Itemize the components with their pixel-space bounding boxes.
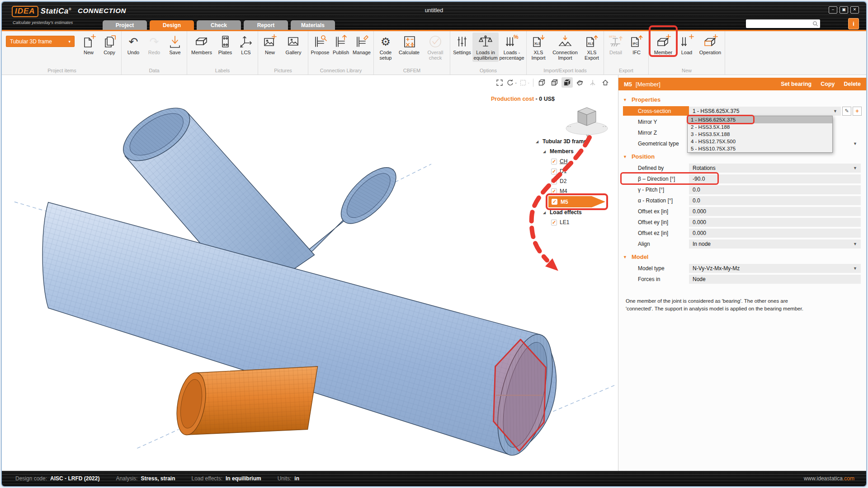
close-button[interactable]: ✕: [850, 6, 859, 14]
search-input[interactable]: [746, 19, 820, 28]
dropdown-option-2[interactable]: 2 - HSS3.5X.188: [688, 123, 832, 131]
loads-percentage-button[interactable]: % Loads - percentage: [499, 33, 525, 62]
undo-button[interactable]: ↶ Undo: [123, 33, 144, 56]
ribbon: Tubular 3D frame ▾ New Copy Project item…: [2, 30, 866, 75]
checkbox-checked-icon[interactable]: ✓: [551, 169, 557, 174]
checkbox-checked-icon[interactable]: ✓: [551, 220, 557, 225]
lcs-button[interactable]: LCS: [236, 33, 256, 56]
publish-button[interactable]: Publish: [330, 33, 351, 56]
checkbox-checked-icon[interactable]: ✓: [551, 188, 557, 194]
tab-design[interactable]: Design: [150, 20, 194, 30]
tree-root[interactable]: ◢ Tubular 3D frame: [536, 136, 613, 146]
tab-check[interactable]: Check: [197, 20, 241, 30]
detail-export-button[interactable]: BETA Detail: [605, 33, 626, 56]
copy-project-button[interactable]: Copy: [99, 33, 120, 56]
tree-item-ch[interactable]: ✓ CH: [551, 156, 613, 166]
info-button[interactable]: i: [848, 18, 859, 29]
gallery-button[interactable]: Gallery: [280, 33, 307, 56]
ifc-export-button[interactable]: IFC IFC: [626, 33, 647, 56]
edit-cross-section-button[interactable]: ✎: [842, 107, 851, 116]
checkbox-checked-icon[interactable]: ✓: [551, 178, 557, 184]
m5-selection-banner[interactable]: ✓ M5: [548, 196, 605, 207]
minimize-button[interactable]: –: [829, 6, 837, 14]
dropdown-option-4[interactable]: 4 - HSS12.75X.500: [688, 138, 832, 145]
checkbox-checked-icon[interactable]: ✓: [551, 159, 557, 164]
shaded-view-icon[interactable]: [561, 77, 573, 88]
delete-member-button[interactable]: Delete: [844, 81, 861, 87]
3d-viewport-canvas[interactable]: [2, 75, 618, 471]
loads-in-equilibrium-button[interactable]: Loads in equilibrium: [472, 33, 499, 62]
tree-group-load-effects[interactable]: ◢ Load effects: [543, 207, 613, 217]
zoom-window-icon[interactable]: ⌄: [519, 77, 530, 88]
dropdown-option-1[interactable]: 1 - HSS6.625X.375: [688, 116, 832, 123]
xls-import-button[interactable]: XLS XLS Import: [528, 33, 549, 62]
code-setup-button[interactable]: ⚙ Code setup: [375, 33, 396, 62]
dropdown-option-5[interactable]: 5 - HSS10.75X.375: [688, 145, 832, 152]
model-type-select[interactable]: N-Vy-Vz-Mx-My-Mz ▼: [689, 264, 861, 273]
tree-item-d1[interactable]: ✓ D1: [551, 166, 613, 176]
defined-by-select[interactable]: Rotations ▼: [689, 164, 861, 173]
expander-icon[interactable]: ◢: [543, 150, 547, 154]
cross-section-select[interactable]: 1 - HSS6.625X.375 ▼: [689, 107, 841, 116]
tree-item-le1[interactable]: ✓ LE1: [551, 217, 613, 227]
tab-report[interactable]: Report: [244, 20, 288, 30]
save-button[interactable]: Save: [165, 33, 185, 56]
section-collapse-icon[interactable]: ▼: [623, 98, 627, 102]
expander-icon[interactable]: ◢: [543, 211, 547, 215]
members-labels-button[interactable]: Members: [189, 33, 215, 56]
section-collapse-icon[interactable]: ▼: [623, 155, 627, 159]
calculate-button[interactable]: Calculate: [396, 33, 422, 56]
xls-export-button[interactable]: XLS XLS Export: [581, 33, 602, 62]
settings-button[interactable]: Settings: [452, 33, 472, 56]
maximize-button[interactable]: ▣: [840, 6, 848, 14]
orange-member[interactable]: [172, 366, 317, 437]
overall-check-button[interactable]: Overall check: [422, 33, 448, 62]
transparency-icon[interactable]: [587, 77, 598, 88]
offset-ey-field[interactable]: 0.000: [689, 218, 861, 227]
manage-button[interactable]: Manage: [351, 33, 372, 56]
gamma-pitch-field[interactable]: 0.0: [689, 185, 861, 194]
tree-item-d2[interactable]: ✓ D2: [551, 176, 613, 186]
connection-import-button[interactable]: Connection Import: [549, 33, 581, 62]
tab-project[interactable]: Project: [103, 20, 147, 30]
section-collapse-icon[interactable]: ▼: [623, 255, 627, 259]
home-view-icon[interactable]: [599, 77, 611, 88]
new-member-button[interactable]: Member: [650, 33, 676, 56]
plates-labels-button[interactable]: Plates: [215, 33, 236, 56]
new-load-button[interactable]: Load: [676, 33, 697, 56]
add-cross-section-button[interactable]: +: [853, 107, 862, 116]
new-operation-button[interactable]: Operation: [697, 33, 723, 56]
dropdown-option-3[interactable]: 3 - HSS3.5X.188: [688, 131, 832, 138]
tab-materials[interactable]: Materials: [291, 20, 335, 30]
propose-icon: [312, 33, 328, 50]
alpha-rotation-field[interactable]: 0.0: [689, 196, 861, 205]
new-project-button[interactable]: New: [78, 33, 99, 56]
section-properties[interactable]: ▼ Properties: [623, 96, 861, 103]
expander-icon[interactable]: ◢: [536, 140, 540, 144]
offset-ez-field[interactable]: 0.000: [689, 229, 861, 238]
section-view-icon[interactable]: [574, 77, 585, 88]
offset-ex-field[interactable]: 0.000: [689, 207, 861, 216]
wireframe-view-icon[interactable]: [536, 77, 547, 88]
project-type-select[interactable]: Tubular 3D frame ▾: [6, 36, 75, 47]
section-position[interactable]: ▼ Position: [623, 153, 861, 160]
orbit-icon[interactable]: ⌄: [506, 77, 518, 88]
propose-button[interactable]: Propose: [310, 33, 330, 56]
new-picture-button[interactable]: New: [259, 33, 280, 56]
set-bearing-button[interactable]: Set bearing: [781, 81, 811, 87]
beta-direction-field[interactable]: -90.0: [689, 174, 861, 183]
forces-in-select[interactable]: Node: [689, 275, 861, 284]
align-select[interactable]: In node ▼: [689, 239, 861, 249]
tree-group-members[interactable]: ◢ Members: [543, 146, 613, 156]
section-model[interactable]: ▼ Model: [623, 253, 861, 260]
fit-view-icon[interactable]: [494, 77, 505, 88]
tree-item-m5-selected[interactable]: ✓ M5: [548, 196, 605, 207]
website-link[interactable]: www.ideastatica.com: [804, 475, 854, 482]
hidden-line-view-icon[interactable]: [549, 77, 560, 88]
copy-member-button[interactable]: Copy: [821, 81, 835, 87]
checkbox-checked-icon[interactable]: ✓: [552, 199, 557, 205]
tree-item-m4[interactable]: ✓ M4: [551, 186, 613, 196]
navigation-cube[interactable]: Y: [562, 105, 612, 139]
ribbon-group-connection-library: Propose Publish Manage Connection Librar…: [308, 31, 374, 75]
redo-button[interactable]: ↷ Redo: [144, 33, 165, 56]
